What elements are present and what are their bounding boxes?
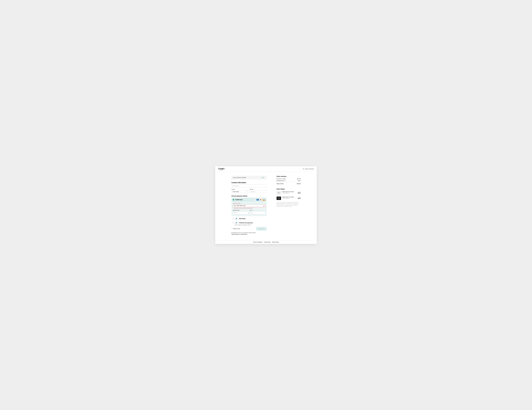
terms-of-service-link[interactable]: Terms of Service <box>231 234 239 235</box>
svg-rect-0 <box>303 169 304 169</box>
zip-input[interactable] <box>250 190 266 193</box>
order-detail-item: waverly displayPlastic Wrap & Torn Paper… <box>276 196 301 200</box>
main-content: Log in and check out faster Log in Conta… <box>215 172 317 240</box>
footer: Terms & conditions Cooke Policy Privacy … <box>215 240 317 244</box>
installments-note: Pay in 4 interest-free payments of $47.5… <box>231 225 266 225</box>
product-name: Plastic Wrap & Torn Paper <box>282 191 297 192</box>
secure-checkout-badge: Secure checkout <box>303 168 314 170</box>
card-brand-logos: VISA AMEX DISCOVER <box>253 199 265 201</box>
email-input[interactable] <box>231 185 266 187</box>
contact-section-title: Contact information <box>231 182 266 184</box>
privacy-policy-link[interactable]: Privacy Policy <box>241 234 247 235</box>
logo-script: Creative <box>218 167 225 170</box>
product-license: 1 Personal Use <box>282 198 297 199</box>
checkout-form: Log in and check out faster Log in Conta… <box>231 176 266 235</box>
logo-subtext: MARKET <box>219 170 223 170</box>
visa-logo: VISA <box>253 199 256 201</box>
credit-card-title: Credit Card <box>235 199 242 200</box>
cvv-label: CVV <box>250 210 252 211</box>
country-select[interactable]: United states <box>231 190 248 193</box>
mastercard-logo <box>259 199 262 201</box>
brand-logo: Creative MARKET <box>218 167 225 170</box>
order-summary-title: Order summary <box>276 176 301 177</box>
cvv-info-icon[interactable]: ? <box>252 210 253 211</box>
card-number-label: Credit card number <box>233 203 265 204</box>
return-to-cart-text: Return to cart <box>233 228 240 229</box>
svg-text:?: ? <box>252 210 253 211</box>
installments-title: 4 interest free payments <box>239 222 253 224</box>
expiration-input[interactable] <box>233 211 248 214</box>
lock-icon <box>303 168 304 170</box>
login-button[interactable]: Log in <box>260 176 266 179</box>
login-banner: Log in and check out faster Log in <box>231 176 266 179</box>
return-to-cart-link[interactable]: Return to cart <box>231 228 240 229</box>
order-detail-item: PRESTOPlastic Wrap & Torn Paper1 Persona… <box>276 191 301 195</box>
card-number-input[interactable] <box>233 204 265 207</box>
discover-logo: DISCOVER <box>263 199 265 201</box>
credit-card-option-header[interactable]: Credit Card VISA AMEX DISCOVER <box>231 198 266 202</box>
installments-radio[interactable] <box>233 222 234 224</box>
tax-value: $2.00 <box>298 180 301 181</box>
paypal-logo: PPPayPal <box>235 218 238 220</box>
product-thumbnail: PRESTO <box>276 191 281 195</box>
tax-info-icon[interactable]: i <box>285 180 286 181</box>
chevron-left-icon <box>231 228 233 229</box>
license-line-label: 2 license x 2 seats <box>276 178 285 179</box>
promo-disclaimer: *Promo codes and other discounts can not… <box>276 202 301 207</box>
paypal-title: Add Paypal <box>239 218 246 219</box>
svg-text:i: i <box>285 180 285 181</box>
product-license: 1 Personal Use <box>282 193 297 194</box>
product-price: $8.50 <box>298 198 301 199</box>
credit-card-panel: Credit Card VISA AMEX DISCOVER Credit ca… <box>231 198 266 216</box>
total-label: Total (2 item) <box>276 183 284 184</box>
pay-now-button[interactable]: Pay now <box>256 227 266 231</box>
amex-logo: AMEX <box>256 199 259 201</box>
payment-section-title: Choose payment method <box>231 195 266 197</box>
footer-terms-link[interactable]: Terms & conditions <box>253 242 262 243</box>
country-label: Country <box>231 189 248 190</box>
license-line-value: $17.00 <box>297 178 301 179</box>
header: Creative MARKET Secure checkout <box>215 166 317 172</box>
installments-option[interactable]: PPPayPal 4 interest free payments <box>231 221 266 225</box>
card-error-message: Your card does not support this type of … <box>233 208 265 209</box>
total-value: $19.00 <box>297 183 301 184</box>
product-name: Plastic Wrap & Torn Paper <box>282 196 297 198</box>
product-price: $8.50 <box>298 192 301 194</box>
paypal-logo-2: PPPayPal <box>235 222 238 224</box>
product-thumbnail: waverly display <box>276 196 281 200</box>
warning-icon <box>263 205 264 206</box>
secure-checkout-text: Secure checkout <box>305 168 314 170</box>
footer-privacy-link[interactable]: Privacy Policy <box>272 242 279 243</box>
login-prompt-text: Log in and check out faster <box>233 177 246 178</box>
cvv-input[interactable] <box>250 211 265 214</box>
order-summary-panel: Order summary 2 license x 2 seats $17.00… <box>276 176 301 235</box>
product-old-price: $10 <box>299 196 301 198</box>
paypal-option[interactable]: PPPayPal Add Paypal <box>231 216 266 221</box>
order-details-title: Order Details <box>276 188 301 190</box>
product-old-price: $10 <box>299 191 301 192</box>
credit-card-radio[interactable] <box>233 199 234 200</box>
svg-point-2 <box>261 199 261 200</box>
legal-text: By clicking "Pay now," you accept the Cr… <box>231 232 266 235</box>
zip-label: Zip code <box>250 189 266 190</box>
expiration-label: Expiration date <box>233 210 248 211</box>
footer-cookie-link[interactable]: Cooke Policy <box>264 242 270 243</box>
paypal-radio[interactable] <box>233 218 234 219</box>
tax-label: Estimated taxes <box>276 180 284 181</box>
checkout-window: Creative MARKET Secure checkout Log in a… <box>215 166 317 244</box>
